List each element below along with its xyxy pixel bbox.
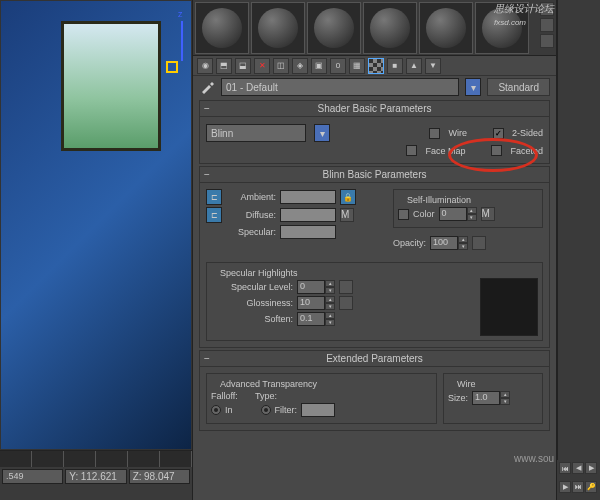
ad-lock-icon[interactable]: 🔒 (340, 189, 356, 205)
material-id-icon[interactable]: 0 (330, 58, 346, 74)
sample-slot[interactable] (195, 2, 249, 54)
rollup-header[interactable]: Extended Parameters (200, 351, 549, 367)
z-coord[interactable]: Z: 98.047 (129, 469, 190, 484)
sample-slot[interactable] (307, 2, 361, 54)
background-icon[interactable] (540, 34, 554, 48)
show-map-icon[interactable] (368, 58, 384, 74)
rollup-header[interactable]: Blinn Basic Parameters (200, 167, 549, 183)
sphere-icon (202, 8, 242, 48)
filter-label: Filter: (275, 405, 298, 415)
make-copy-icon[interactable]: ◫ (273, 58, 289, 74)
goto-end-icon[interactable]: ⏭ (572, 481, 584, 493)
rollup-header[interactable]: Shader Basic Parameters (200, 101, 549, 117)
ambient-label: Ambient: (226, 192, 276, 202)
sample-slot[interactable] (251, 2, 305, 54)
go-parent-icon[interactable]: ▲ (406, 58, 422, 74)
faceted-checkbox[interactable] (491, 145, 502, 156)
viewport-perspective[interactable] (0, 0, 192, 450)
x-coord[interactable]: .549 (2, 469, 63, 484)
material-toolbar: ◉ ⬒ ⬓ ✕ ◫ ◈ ▣ 0 ▦ ■ ▲ ▼ (193, 56, 556, 76)
show-in-viewport-icon[interactable]: ▦ (349, 58, 365, 74)
reset-icon[interactable]: ✕ (254, 58, 270, 74)
diffuse-label: Diffuse: (226, 210, 276, 220)
spec-level-spinner[interactable]: 0 ▴▾ (297, 280, 335, 294)
self-illum-label: Self-Illumination (404, 195, 474, 205)
material-name-dropdown[interactable]: 01 - Default (221, 78, 459, 96)
wire-label: Wire (448, 128, 467, 138)
highlight-curve (480, 278, 538, 336)
dropdown-arrow-icon[interactable]: ▾ (465, 78, 481, 96)
next-frame-icon[interactable]: ▶ (559, 481, 571, 493)
opacity-spinner[interactable]: 100 ▴▾ (430, 236, 468, 250)
show-end-result-icon[interactable]: ■ (387, 58, 403, 74)
shader-type-dropdown[interactable]: Blinn (206, 124, 306, 142)
ambient-swatch[interactable] (280, 190, 336, 204)
sphere-icon (426, 8, 466, 48)
rollup-title: Shader Basic Parameters (318, 103, 432, 114)
material-editor: ◉ ⬒ ⬓ ✕ ◫ ◈ ▣ 0 ▦ ■ ▲ ▼ 01 - Default ▾ S… (192, 0, 557, 500)
sphere-icon (314, 8, 354, 48)
sample-slot[interactable] (419, 2, 473, 54)
put-to-library-icon[interactable]: ▣ (311, 58, 327, 74)
spec-level-label: Specular Level: (211, 282, 293, 292)
timeline: .549 Y: 112.621 Z: 98.047 (0, 450, 192, 500)
make-unique-icon[interactable]: ◈ (292, 58, 308, 74)
gloss-map-button[interactable] (339, 296, 353, 310)
material-type-button[interactable]: Standard (487, 78, 550, 96)
stained-glass-window (61, 21, 161, 151)
size-label: Size: (448, 393, 468, 403)
goto-start-icon[interactable]: ⏮ (559, 462, 571, 474)
self-illum-map-button[interactable]: M (481, 207, 495, 221)
filter-radio[interactable] (261, 405, 271, 415)
wire-size-spinner[interactable]: 1.0 ▴▾ (472, 391, 510, 405)
spec-level-map-button[interactable] (339, 280, 353, 294)
prev-frame-icon[interactable]: ◀ (572, 462, 584, 474)
filter-swatch[interactable] (301, 403, 335, 417)
soften-spinner[interactable]: 0.1 ▴▾ (297, 312, 335, 326)
falloff-label: Falloff: (211, 391, 251, 401)
sample-slot[interactable] (363, 2, 417, 54)
play-icon[interactable]: ▶ (585, 462, 597, 474)
gizmo-center[interactable] (166, 61, 178, 73)
z-axis (181, 21, 183, 61)
ambient-lock-icon[interactable]: ⊏ (206, 189, 222, 205)
diffuse-map-button[interactable]: M (340, 208, 354, 222)
type-label: Type: (255, 391, 277, 401)
rollup-title: Extended Parameters (326, 353, 423, 364)
diffuse-lock-icon[interactable]: ⊏ (206, 207, 222, 223)
command-panel-strip (557, 0, 600, 500)
time-ruler[interactable] (0, 451, 192, 467)
two-sided-label: 2-Sided (512, 128, 543, 138)
self-illum-spinner[interactable]: 0 ▴▾ (439, 207, 477, 221)
face-map-checkbox[interactable] (406, 145, 417, 156)
put-to-scene-icon[interactable]: ⬒ (216, 58, 232, 74)
in-radio[interactable] (211, 405, 221, 415)
assign-icon[interactable]: ⬓ (235, 58, 251, 74)
adv-trans-label: Advanced Transparency (217, 379, 320, 389)
gloss-label: Glossiness: (211, 298, 293, 308)
wire-checkbox[interactable] (429, 128, 440, 139)
get-material-icon[interactable]: ◉ (197, 58, 213, 74)
soften-label: Soften: (211, 314, 293, 324)
y-coord[interactable]: Y: 112.621 (65, 469, 126, 484)
color-checkbox[interactable] (398, 209, 409, 220)
coordinate-display: .549 Y: 112.621 Z: 98.047 (0, 467, 192, 486)
eyedropper-icon[interactable] (199, 79, 215, 95)
shader-basic-rollup: Shader Basic Parameters Blinn ▾ Wire 2-S… (199, 100, 550, 164)
sphere-icon (258, 8, 298, 48)
specular-swatch[interactable] (280, 225, 336, 239)
dropdown-arrow-icon[interactable]: ▾ (314, 124, 330, 142)
material-name-row: 01 - Default ▾ Standard (193, 76, 556, 98)
specular-label: Specular: (226, 227, 276, 237)
two-sided-checkbox[interactable] (493, 128, 504, 139)
gloss-spinner[interactable]: 10 ▴▾ (297, 296, 335, 310)
key-mode-icon[interactable]: 🔑 (585, 481, 597, 493)
diffuse-swatch[interactable] (280, 208, 336, 222)
wire-group-label: Wire (454, 379, 479, 389)
opacity-map-button[interactable] (472, 236, 486, 250)
blinn-basic-rollup: Blinn Basic Parameters ⊏ Ambient: 🔒 ⊏ Di… (199, 166, 550, 348)
sphere-icon (370, 8, 410, 48)
go-forward-icon[interactable]: ▼ (425, 58, 441, 74)
playback-controls: ⏮ ◀ ▶ ▶ ⏭ 🔑 (557, 460, 600, 500)
in-label: In (225, 405, 233, 415)
